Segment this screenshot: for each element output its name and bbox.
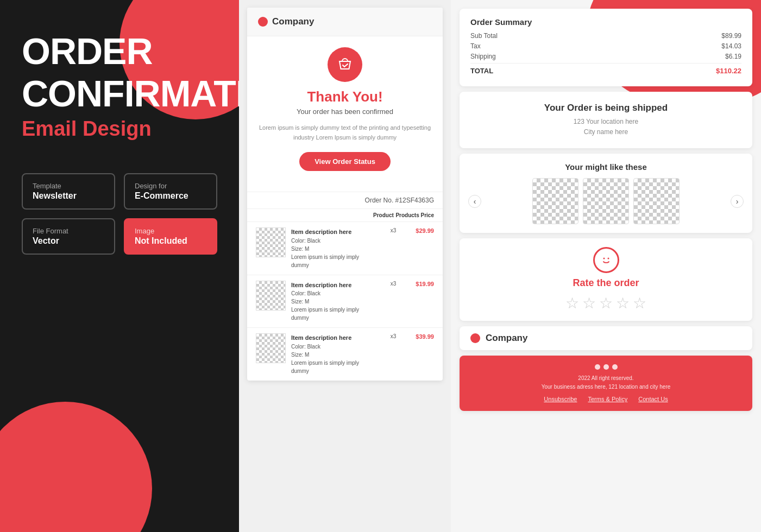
info-label-format: File Format (33, 227, 104, 235)
info-box-template: Template Newsletter (22, 173, 115, 210)
footer-link-unsubscribe[interactable]: Unsubscribe (544, 396, 577, 402)
footer-copy: 2022 All right reserved.Your business ad… (470, 374, 741, 391)
info-value-format: Vector (33, 236, 104, 246)
star-rating[interactable]: ☆ ☆ ☆ ☆ ☆ (468, 294, 744, 312)
email-header: Company (247, 8, 443, 36)
item-details-1: Item description here Color: Black Size:… (291, 227, 377, 269)
star-5[interactable]: ☆ (633, 294, 646, 312)
item-price-1: $29.99 (410, 227, 434, 234)
item-desc-1: Lorem ipsum is simply imply dummy (291, 253, 377, 269)
rate-box: Rate the order ☆ ☆ ☆ ☆ ☆ (460, 238, 752, 321)
title-line2: CONFIRMATION (22, 75, 217, 112)
footer-dot-2 (603, 364, 609, 370)
star-1[interactable]: ☆ (565, 294, 579, 312)
shipping-title: Your Order is being shipped (470, 103, 741, 113)
footer-company-dot (470, 333, 480, 343)
company-name: Company (272, 16, 314, 27)
spacer (291, 212, 371, 218)
footer-links: Unsubscribe Terms & Policy Contact Us (470, 396, 741, 402)
tax-amount: $14.03 (721, 42, 741, 50)
item-qty-1: x3 (382, 227, 404, 233)
item-title-1: Item description here (291, 227, 377, 237)
order-summary-title: Order Summary (470, 17, 741, 27)
order-item-3: Item description here Color: Black Size:… (247, 327, 443, 381)
right-content: Order Summary Sub Total $89.99 Tax $14.0… (460, 9, 752, 523)
smile-icon (593, 247, 619, 273)
thank-you-text: Thank You! (258, 88, 432, 105)
carousel-prev-button[interactable]: ‹ (468, 195, 481, 208)
total-label: TOTAL (470, 67, 493, 75)
tax-label: Tax (470, 42, 481, 50)
product-thumb-2 (583, 178, 629, 224)
view-order-button[interactable]: View Order Status (299, 152, 391, 171)
info-box-ecommerce: Design for E-Commerce (124, 173, 217, 210)
summary-row-shipping: Shipping $6.19 (470, 53, 741, 60)
shipping-sub2: City name here (470, 127, 741, 137)
confirmed-text: Your order has been confirmed (258, 107, 432, 116)
item-price-2: $19.99 (410, 281, 434, 287)
total-amount: $110.22 (716, 67, 741, 75)
product-images (486, 178, 726, 224)
item-color-1: Color: Black (291, 237, 377, 245)
email-preview-panel: Company Thank You! Your order has been c… (239, 0, 451, 532)
star-4[interactable]: ☆ (616, 294, 630, 312)
info-value-ecommerce: E-Commerce (135, 191, 206, 201)
subtitle: Email Design (22, 117, 217, 141)
rate-title: Rate the order (468, 277, 744, 289)
left-panel: ORDER CONFIRMATION Email Design Template… (0, 0, 239, 532)
order-number: Order No. #12SF4363G (247, 192, 443, 208)
summary-row-total: TOTAL $110.22 (470, 63, 741, 75)
star-2[interactable]: ☆ (582, 294, 596, 312)
right-panel: Order Summary Sub Total $89.99 Tax $14.0… (451, 0, 761, 532)
item-color-2: Color: Black (291, 289, 377, 297)
summary-row-tax: Tax $14.03 (470, 42, 741, 50)
item-header-row-1: Product Products Price (247, 208, 443, 221)
item-title-2: Item description here (291, 281, 377, 290)
item-details-3: Item description here Color: Black Size:… (291, 333, 377, 375)
star-3[interactable]: ☆ (599, 294, 613, 312)
order-summary-box: Order Summary Sub Total $89.99 Tax $14.0… (460, 9, 752, 86)
might-like-box: Your might like these ‹ › (460, 154, 752, 233)
item-image-1 (256, 227, 286, 257)
email-card: Company Thank You! Your order has been c… (247, 8, 443, 381)
item-qty-3: x3 (382, 333, 404, 339)
title-line1: ORDER (22, 33, 217, 69)
info-box-image: Image Not Included (124, 218, 217, 255)
item-desc-3: Lorem ipsum is simply imply dummy (291, 359, 377, 375)
footer-link-contact[interactable]: Contact Us (638, 396, 668, 402)
svg-point-1 (607, 258, 609, 259)
info-label-image: Image (135, 227, 206, 235)
footer-link-terms[interactable]: Terms & Policy (588, 396, 627, 402)
email-body: Thank You! Your order has been confirmed… (247, 36, 443, 192)
item-details-2: Item description here Color: Black Size:… (291, 281, 377, 322)
product-thumb-3 (633, 178, 680, 224)
item-qty-2: x3 (382, 281, 404, 287)
item-size-2: Size: M (291, 297, 377, 306)
footer-company-box: Company (460, 326, 752, 350)
carousel-next-button[interactable]: › (731, 195, 744, 208)
might-like-title: Your might like these (468, 162, 744, 172)
info-grid: Template Newsletter Design for E-Commerc… (22, 173, 217, 255)
info-label-template: Template (33, 182, 104, 190)
product-thumb-1 (532, 178, 578, 224)
company-logo-dot (258, 17, 268, 27)
shopping-bag-icon (328, 47, 362, 82)
shipping-amount: $6.19 (725, 53, 741, 60)
info-value-image: Not Included (135, 236, 206, 246)
order-item-1: Item description here Color: Black Size:… (247, 221, 443, 275)
info-value-template: Newsletter (33, 191, 104, 201)
price-header: Products Price (395, 212, 434, 218)
footer-dots (470, 364, 741, 370)
footer-red-box: 2022 All right reserved.Your business ad… (460, 356, 752, 411)
footer-dot-1 (595, 364, 600, 370)
product-carousel: ‹ › (468, 178, 744, 224)
item-desc-2: Lorem ipsum is simply imply dummy (291, 306, 377, 322)
lorem-text: Lorem ipsum is simply dummy text of the … (258, 123, 432, 142)
item-size-3: Size: M (291, 351, 377, 359)
shipping-box: Your Order is being shipped 123 Your loc… (460, 92, 752, 148)
item-title-3: Item description here (291, 333, 377, 343)
footer-company-name: Company (486, 333, 527, 344)
item-image-3 (256, 333, 286, 363)
svg-point-0 (603, 258, 605, 259)
info-label-ecommerce: Design for (135, 182, 206, 190)
